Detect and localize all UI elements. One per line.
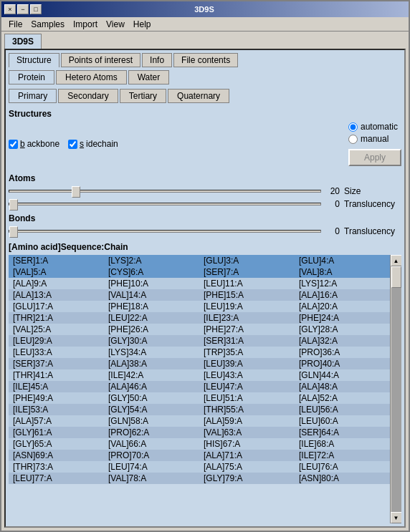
sidechain-checkbox-label[interactable]: sidechain [68, 139, 118, 149]
scrollbar-down-button[interactable]: ▼ [391, 512, 402, 523]
automatic-radio[interactable] [348, 122, 358, 132]
seq-cell[interactable]: [ALA]13:A [9, 289, 104, 301]
seq-cell[interactable]: [GLU]3:A [199, 255, 295, 266]
seq-cell[interactable]: [PHE]18:A [104, 301, 199, 312]
scrollbar-thumb[interactable] [391, 266, 401, 288]
seq-cell[interactable]: [GLY]79:A [199, 473, 295, 484]
atoms-size-slider[interactable] [9, 190, 321, 193]
seq-cell[interactable]: [SER]64:A [295, 427, 390, 438]
menu-help[interactable]: Help [129, 18, 156, 31]
seq-cell[interactable]: [LEU]33:A [9, 347, 104, 358]
seq-cell[interactable]: [HIS]67:A [199, 438, 295, 450]
seq-cell[interactable]: [ILE]68:A [295, 438, 390, 450]
manual-radio[interactable] [348, 135, 358, 144]
seq-cell[interactable]: [ALA]75:A [199, 461, 295, 473]
seq-cell[interactable]: [LEU]19:A [199, 301, 295, 312]
automatic-radio-label[interactable]: automatic [348, 122, 398, 132]
bonds-translucency-thumb[interactable] [9, 226, 18, 238]
seq-cell[interactable]: [GLY]54:A [104, 404, 199, 415]
seq-cell[interactable]: [PRO]36:A [295, 347, 390, 358]
seq-cell[interactable]: [PHE]26:A [104, 324, 199, 335]
apply-button[interactable]: Apply [348, 149, 401, 166]
tab-file-contents[interactable]: File contents [173, 53, 238, 67]
seq-cell[interactable]: [ALA]9:A [9, 278, 104, 289]
seq-cell[interactable]: [GLU]17:A [9, 301, 104, 312]
seq-cell[interactable]: [CYS]6:A [104, 266, 199, 278]
seq-cell[interactable]: [SER]7:A [199, 266, 295, 278]
seq-cell[interactable]: [ALA]71:A [199, 450, 295, 461]
seq-cell[interactable]: [ILE]72:A [295, 450, 390, 461]
seq-cell[interactable]: [ALA]20:A [295, 301, 390, 312]
tab-primary[interactable]: Primary [9, 89, 57, 103]
seq-cell[interactable]: [SER]37:A [9, 358, 104, 369]
seq-cell[interactable]: [ALA]57:A [9, 415, 104, 427]
scrollbar-up-button[interactable]: ▲ [391, 255, 402, 266]
atoms-translucency-thumb[interactable] [9, 199, 18, 211]
seq-cell[interactable]: [PHE]49:A [9, 392, 104, 404]
close-button[interactable]: × [4, 4, 16, 14]
minimize-button[interactable]: − [17, 4, 29, 14]
seq-cell[interactable]: [THR]21:A [9, 312, 104, 324]
seq-cell[interactable]: [ALA]32:A [295, 335, 390, 347]
seq-cell[interactable]: [ALA]52:A [295, 392, 390, 404]
seq-cell[interactable]: [THR]41:A [9, 369, 104, 381]
seq-cell[interactable]: [TRP]35:A [199, 347, 295, 358]
seq-cell[interactable]: [ALA]48:A [295, 381, 390, 392]
tab-tertiary[interactable]: Tertiary [120, 89, 166, 103]
seq-cell[interactable]: [ALA]16:A [295, 289, 390, 301]
seq-cell[interactable]: [LEU]51:A [199, 392, 295, 404]
seq-cell[interactable]: [ILE]53:A [9, 404, 104, 415]
seq-cell[interactable]: [LYS]12:A [295, 278, 390, 289]
seq-cell[interactable]: [GLN]44:A [295, 369, 390, 381]
seq-cell[interactable]: [PHE]24:A [295, 312, 390, 324]
seq-cell[interactable]: [LEU]22:A [104, 312, 199, 324]
backbone-checkbox-label[interactable]: backbone [9, 139, 59, 149]
seq-cell[interactable]: [LEU]43:A [199, 369, 295, 381]
tab-info[interactable]: Info [142, 53, 172, 67]
sequence-scroll-container[interactable]: [SER]1:A[LYS]2:A[GLU]3:A[GLU]4:A[VAL]5:A… [9, 255, 390, 523]
seq-cell[interactable]: [LEU]39:A [199, 358, 295, 369]
seq-cell[interactable]: [LEU]11:A [199, 278, 295, 289]
seq-cell[interactable]: [GLY]28:A [295, 324, 390, 335]
seq-cell[interactable]: [ASN]80:A [295, 473, 390, 484]
seq-cell[interactable]: [VAL]5:A [9, 266, 104, 278]
seq-cell[interactable]: [PHE]27:A [199, 324, 295, 335]
atoms-size-thumb[interactable] [72, 186, 80, 198]
seq-cell[interactable]: [THR]55:A [199, 404, 295, 415]
seq-cell[interactable]: [VAL]25:A [9, 324, 104, 335]
seq-cell[interactable]: [SER]31:A [199, 335, 295, 347]
tab-quaternary[interactable]: Quaternary [168, 89, 229, 103]
seq-cell[interactable]: [GLY]65:A [9, 438, 104, 450]
tab-water[interactable]: Water [128, 70, 170, 84]
tab-structure[interactable]: Structure [9, 53, 59, 67]
seq-cell[interactable]: [LEU]60:A [295, 415, 390, 427]
seq-cell[interactable]: [PRO]62:A [104, 427, 199, 438]
seq-cell[interactable]: [LEU]74:A [104, 461, 199, 473]
seq-cell[interactable]: [VAL]66:A [104, 438, 199, 450]
tab-hetero-atoms[interactable]: Hetero Atoms [56, 70, 127, 84]
seq-cell[interactable]: [PRO]70:A [104, 450, 199, 461]
menu-import[interactable]: Import [69, 18, 102, 31]
seq-cell[interactable]: [ALA]38:A [104, 358, 199, 369]
seq-cell[interactable]: [ALA]59:A [199, 415, 295, 427]
backbone-checkbox[interactable] [9, 140, 18, 149]
seq-cell[interactable]: [THR]73:A [9, 461, 104, 473]
seq-cell[interactable]: [GLY]61:A [9, 427, 104, 438]
menu-view[interactable]: View [102, 18, 129, 31]
seq-cell[interactable]: [GLY]50:A [104, 392, 199, 404]
seq-cell[interactable]: [LEU]56:A [295, 404, 390, 415]
seq-cell[interactable]: [ILE]23:A [199, 312, 295, 324]
tab-protein[interactable]: Protein [9, 70, 54, 84]
seq-cell[interactable]: [ILE]42:A [104, 369, 199, 381]
seq-cell[interactable]: [VAL]63:A [199, 427, 295, 438]
menu-samples[interactable]: Samples [27, 18, 69, 31]
seq-cell[interactable]: [LYS]2:A [104, 255, 199, 266]
seq-cell[interactable]: [PHE]10:A [104, 278, 199, 289]
seq-cell[interactable]: [ASN]69:A [9, 450, 104, 461]
atoms-translucency-slider[interactable] [9, 203, 321, 205]
scrollbar-track[interactable] [391, 266, 401, 512]
seq-cell[interactable]: [ALA]46:A [104, 381, 199, 392]
manual-radio-label[interactable]: manual [348, 134, 388, 144]
seq-cell[interactable]: [GLY]30:A [104, 335, 199, 347]
seq-cell[interactable]: [VAL]14:A [104, 289, 199, 301]
